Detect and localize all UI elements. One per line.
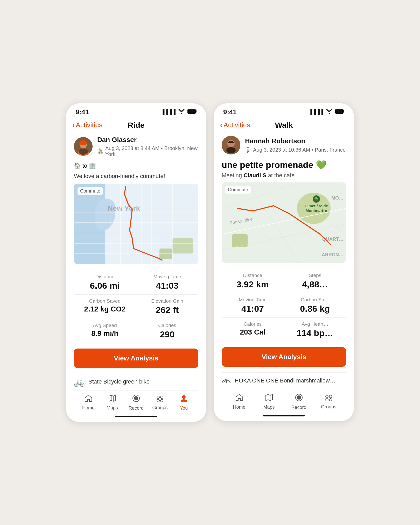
map-left[interactable]: New York (74, 184, 198, 264)
maps-icon-right (265, 394, 273, 403)
user-row-left: Dan Glasser 🚴 Aug 3, 2023 at 8:44 AM • B… (74, 136, 198, 157)
user-meta-text-right: Aug 3, 2023 at 10:36 AM • Paris, France (253, 147, 346, 153)
nav-you-label-left: You (180, 406, 188, 411)
nav-record-label-left: Record (129, 406, 144, 411)
signal-icon-right: ▐▐▐▐ (309, 109, 323, 115)
view-analysis-button-left[interactable]: View Analysis (74, 349, 198, 368)
stat-heart-right: Avg Heart… 114 bp… (284, 318, 346, 342)
username-right: Hannah Robertson (245, 137, 346, 145)
username-left: Dan Glasser (97, 136, 198, 144)
svg-point-51 (329, 399, 332, 401)
nav-groups-left[interactable]: Groups (150, 395, 170, 410)
stat-label-carbon-right: Carbon Sa… (286, 297, 344, 303)
nav-title-left: Ride (128, 121, 144, 130)
nav-record-label-right: Record (291, 405, 306, 410)
nav-home-right[interactable]: Home (229, 394, 250, 410)
stat-value-carbon-right: 0.86 kg (286, 304, 344, 314)
stat-carbon-right: Carbon Sa… 0.86 kg (284, 293, 346, 318)
home-indicator-left (115, 416, 157, 417)
svg-point-28 (160, 399, 163, 402)
chevron-icon-left: ‹ (72, 121, 75, 129)
svg-point-7 (79, 140, 87, 145)
wifi-icon-right (326, 109, 333, 115)
content-right: Hannah Robertson 🚶 Aug 3, 2023 at 10:36 … (214, 133, 354, 412)
stat-label-calories-left: Calories (139, 323, 196, 328)
stat-value-calories-left: 290 (139, 329, 196, 339)
activity-emoji-left: 🏠 to 🏢 (74, 162, 198, 169)
stat-label-heart-right: Avg Heart… (286, 321, 344, 327)
stat-label-movingtime-left: Moving Time (139, 274, 196, 280)
avatar-img-right (222, 136, 240, 154)
back-label-right: Activities (223, 121, 250, 129)
stat-value-distance-left: 6.06 mi (76, 281, 133, 291)
nav-title-right: Walk (275, 121, 293, 130)
svg-rect-32 (343, 110, 344, 112)
nav-record-left[interactable]: Record (126, 394, 146, 411)
stats-grid-right: Distance 3.92 km Steps 4,88… Moving Time… (222, 269, 346, 342)
subtitle-bold-right: Claudi S (243, 172, 266, 179)
stat-distance-left: Distance 6.06 mi (74, 270, 136, 295)
stat-value-calories-right: 203 Cal (224, 328, 281, 336)
nav-groups-right[interactable]: Groups (318, 394, 339, 410)
svg-rect-2 (188, 110, 195, 113)
svg-point-43 (226, 381, 227, 383)
nav-home-label-left: Home (82, 405, 95, 411)
activity-icon-right: 🚶 (245, 147, 251, 153)
gear-row-left: 🚲 State Bicycle green bike (74, 374, 198, 391)
svg-rect-33 (336, 110, 343, 113)
svg-point-37 (226, 147, 236, 153)
battery-icon-right (335, 109, 345, 115)
back-label-left: Activities (76, 121, 102, 129)
content-left: Dan Glasser 🚴 Aug 3, 2023 at 8:44 AM • B… (66, 133, 206, 413)
view-analysis-button-right[interactable]: View Analysis (222, 347, 346, 367)
stat-label-calories-right: Calories (224, 321, 281, 327)
gear-label-left: State Bicycle green bike (88, 378, 150, 385)
battery-icon (187, 109, 197, 115)
map-right[interactable]: 🌳 Cimetière deMontmartre QUART… Rue Card… (222, 182, 346, 263)
stat-value-heart-right: 114 bp… (286, 328, 344, 338)
chevron-icon-right: ‹ (220, 121, 222, 129)
stat-value-distance-right: 3.92 km (224, 279, 281, 289)
stat-label-distance-right: Distance (224, 273, 281, 278)
back-button-right[interactable]: ‹ Activities (220, 121, 250, 129)
user-meta-text-left: Aug 3, 2023 at 8:44 AM • Brooklyn, New Y… (105, 145, 198, 157)
page-wrapper: 9:41 ▐▐▐▐ (66, 103, 354, 422)
nav-maps-left[interactable]: Maps (102, 395, 123, 411)
stat-label-movingtime-right: Moving Time (224, 297, 281, 303)
stat-label-carbon-left: Carbon Saved (76, 298, 133, 304)
user-info-right: Hannah Robertson 🚶 Aug 3, 2023 at 10:36 … (245, 137, 346, 153)
stat-label-speed-left: Avg Speed (76, 323, 133, 328)
stat-value-movingtime-right: 41:07 (224, 304, 281, 314)
stat-value-speed-left: 8.9 mi/h (76, 329, 133, 338)
stat-calories-left: Calories 290 (136, 319, 198, 343)
stat-label-steps-right: Steps (286, 273, 344, 278)
avatar-img-left (74, 137, 93, 156)
home-indicator-right (263, 415, 305, 416)
activity-title-right: une petite promenade 💚 (222, 160, 346, 170)
stat-value-elevation-left: 262 ft (139, 305, 196, 315)
stat-value-movingtime-left: 41:03 (139, 281, 196, 291)
record-icon-left (132, 394, 140, 404)
stat-value-carbon-left: 2.12 kg CO2 (76, 305, 133, 313)
svg-line-40 (248, 182, 299, 263)
stats-grid-left: Distance 6.06 mi Moving Time 41:03 Carbo… (74, 270, 198, 343)
subtitle-post-right: at the cafe (266, 172, 295, 179)
nav-you-left[interactable]: You (173, 394, 194, 411)
nav-maps-right[interactable]: Maps (259, 394, 279, 410)
svg-point-48 (326, 395, 328, 398)
nav-home-label-right: Home (233, 405, 245, 410)
svg-point-30 (181, 399, 187, 402)
svg-point-24 (134, 396, 138, 400)
nav-home-left[interactable]: Home (78, 395, 99, 411)
svg-rect-1 (195, 110, 197, 112)
time-right: 9:41 (223, 108, 237, 116)
svg-point-49 (329, 395, 332, 398)
user-row-right: Hannah Robertson 🚶 Aug 3, 2023 at 10:36 … (222, 136, 346, 154)
back-button-left[interactable]: ‹ Activities (72, 121, 102, 129)
nav-bar-right: ‹ Activities Walk (214, 119, 354, 133)
stat-steps-right: Steps 4,88… (284, 269, 346, 293)
phone-right: 9:41 ▐▐▐▐ (214, 103, 354, 421)
stat-movingtime-left: Moving Time 41:03 (136, 270, 198, 295)
avatar-right (222, 136, 240, 154)
nav-record-right[interactable]: Record (289, 394, 309, 410)
